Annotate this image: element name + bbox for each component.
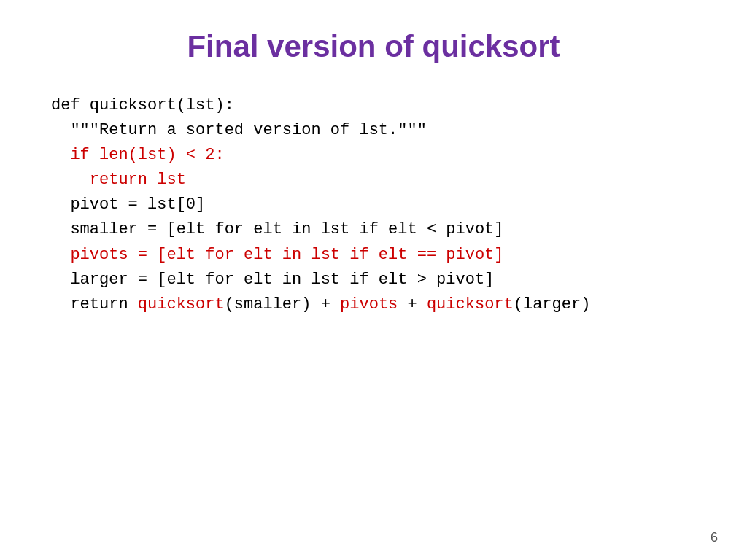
code-line-3: if len(lst) < 2: [51,143,703,168]
code-line-4: return lst [51,168,703,192]
slide: Final version of quicksort def quicksort… [0,0,747,560]
code-line-7: pivots = [elt for elt in lst if elt == p… [51,243,703,268]
code-line-9: return quicksort(smaller) + pivots + qui… [51,292,703,317]
slide-title: Final version of quicksort [44,29,703,64]
code-block: def quicksort(lst): """Return a sorted v… [44,93,703,317]
code-line-1: def quicksort(lst): [51,93,703,118]
code-line-5: pivot = lst[0] [51,192,703,217]
code-line-6: smaller = [elt for elt in lst if elt < p… [51,217,703,242]
page-number: 6 [711,530,718,545]
code-line-8: larger = [elt for elt in lst if elt > pi… [51,268,703,292]
code-line-2: """Return a sorted version of lst.""" [51,118,703,143]
